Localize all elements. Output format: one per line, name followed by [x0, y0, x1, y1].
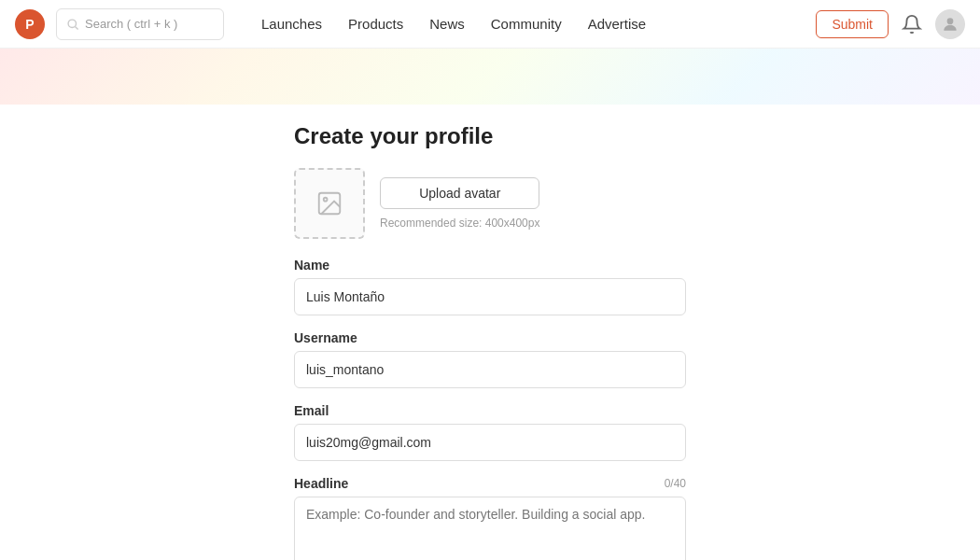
nav-right: Submit — [816, 9, 965, 39]
nav-link-community[interactable]: Community — [491, 16, 562, 32]
svg-point-0 — [68, 20, 76, 27]
email-input[interactable] — [294, 424, 686, 461]
username-field-group: Username — [294, 330, 686, 388]
name-label: Name — [294, 258, 686, 273]
image-icon — [315, 189, 343, 217]
nav-link-products[interactable]: Products — [348, 16, 403, 32]
nav-link-launches[interactable]: Launches — [261, 16, 322, 32]
name-field-group: Name — [294, 258, 686, 315]
navbar: P Search ( ctrl + k ) Launches Products … — [0, 0, 980, 49]
bell-icon[interactable] — [902, 14, 922, 35]
headline-textarea[interactable] — [294, 497, 686, 560]
email-field-group: Email — [294, 403, 686, 461]
nav-link-news[interactable]: News — [429, 16, 465, 32]
username-label: Username — [294, 330, 686, 345]
logo[interactable]: P — [15, 9, 45, 39]
upload-avatar-button[interactable]: Upload avatar — [380, 177, 539, 209]
search-icon — [66, 18, 79, 31]
avatar-section: Upload avatar Recommended size: 400x400p… — [294, 168, 686, 239]
svg-point-4 — [324, 198, 328, 202]
search-box[interactable]: Search ( ctrl + k ) — [56, 8, 224, 40]
logo-text: P — [25, 17, 34, 32]
name-input[interactable] — [294, 278, 686, 315]
avatar-right: Upload avatar Recommended size: 400x400p… — [380, 177, 539, 230]
avatar-hint: Recommended size: 400x400px — [380, 217, 539, 230]
avatar-placeholder — [294, 168, 365, 239]
page-title: Create your profile — [294, 123, 686, 149]
hero-banner — [0, 49, 980, 105]
search-placeholder-text: Search ( ctrl + k ) — [85, 17, 177, 31]
form-container: Create your profile Upload avatar Recomm… — [294, 123, 686, 560]
svg-line-1 — [75, 26, 77, 29]
main-content: Create your profile Upload avatar Recomm… — [0, 105, 980, 560]
headline-label: Headline 0/40 — [294, 476, 686, 491]
nav-link-advertise[interactable]: Advertise — [588, 16, 647, 32]
submit-button[interactable]: Submit — [816, 10, 889, 38]
headline-char-count: 0/40 — [665, 477, 686, 490]
svg-point-2 — [947, 18, 954, 24]
nav-links: Launches Products News Community Adverti… — [261, 16, 816, 32]
headline-field-group: Headline 0/40 — [294, 476, 686, 560]
username-input[interactable] — [294, 351, 686, 388]
email-label: Email — [294, 403, 686, 418]
user-avatar[interactable] — [935, 9, 965, 39]
